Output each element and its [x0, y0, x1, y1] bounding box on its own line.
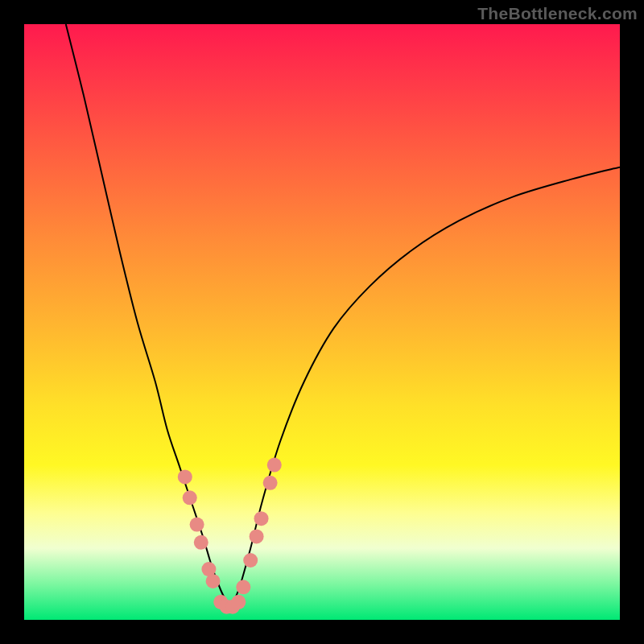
overlay-dot [231, 595, 246, 609]
overlay-dot [243, 553, 258, 568]
curve-left-branch [66, 24, 229, 608]
overlay-dot [263, 476, 278, 490]
attribution-text: TheBottleneck.com [477, 4, 638, 23]
chart-plot-area [24, 24, 620, 620]
overlay-dot [254, 511, 269, 526]
overlay-dot [206, 574, 221, 588]
overlay-dot [194, 535, 208, 550]
overlay-dot [236, 580, 250, 594]
overlay-dot [183, 490, 197, 505]
curve-right-branch [229, 167, 620, 609]
overlay-dot [190, 518, 204, 532]
overlay-dot [250, 529, 264, 543]
overlay-dots-group [178, 458, 282, 614]
bottleneck-curve [24, 24, 620, 620]
overlay-dot [178, 469, 192, 484]
overlay-dot [267, 458, 282, 473]
